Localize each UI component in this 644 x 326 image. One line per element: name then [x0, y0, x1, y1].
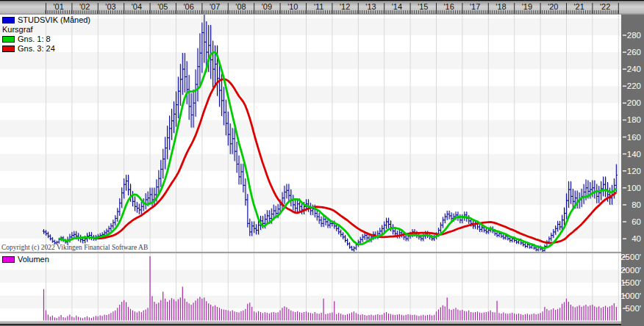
ruler-year-label: '22	[600, 2, 610, 11]
price-tick-label: 280	[627, 31, 641, 40]
ruler-year-label: '01	[54, 2, 64, 11]
volume-tick-label: 1500'	[620, 278, 641, 287]
price-tick-label: 120	[627, 167, 641, 175]
volume-tick-label: 1000'	[620, 291, 641, 300]
price-tick-label: 160	[627, 133, 641, 142]
price-tick-label: 180	[627, 115, 641, 124]
ruler-year-label: '04	[132, 2, 142, 11]
price-tick-label: 60	[632, 217, 641, 226]
ruler-year-label: '06	[184, 2, 194, 11]
price-tick-label: 240	[627, 65, 641, 73]
volume-tick-label: 500'	[626, 304, 641, 313]
ruler-year-label: '03	[105, 2, 115, 11]
ruler-year-label: '12	[340, 2, 350, 11]
price-tick-label: 100	[627, 184, 641, 192]
ruler-year-label: '02	[79, 2, 90, 11]
panel-divider[interactable]	[0, 252, 621, 253]
volume-tick-label: 2000'	[620, 266, 641, 275]
price-tick-label: 260	[627, 48, 641, 57]
stock-chart-canvas[interactable]: 2802602402202001801601401201008060402500…	[0, 0, 644, 326]
price-tick-label: 220	[627, 82, 641, 90]
price-tick-label: 80	[632, 200, 641, 209]
ruler-year-label: '20	[548, 2, 558, 11]
ruler-year-label: '08	[235, 2, 246, 11]
price-tick-label: 140	[627, 150, 641, 159]
ruler-year-label: '11	[314, 2, 324, 11]
ruler-year-label: '16	[444, 2, 454, 11]
ruler-year-label: '05	[157, 2, 168, 11]
ruler-year-label: '14	[392, 2, 402, 11]
ruler-year-label: '17	[470, 2, 480, 11]
ruler-year-label: '15	[418, 2, 428, 11]
price-tick-label: 200	[627, 98, 641, 107]
time-axis-ruler[interactable]: '01'02'03'04'05'06'07'08'09'10'11'12'13'…	[0, 0, 644, 15]
ruler-year-label: '10	[287, 2, 298, 11]
bottom-strip	[0, 322, 621, 325]
volume-tick-label: 2500'	[620, 253, 641, 261]
price-tick-label: 40	[632, 234, 641, 243]
ruler-year-label: '21	[574, 2, 584, 11]
ruler-year-label: '19	[522, 2, 532, 11]
vikingen-chart-window: 2802602402202001801601401201008060402500…	[0, 0, 644, 326]
ruler-year-label: '09	[262, 2, 272, 11]
ruler-year-label: '13	[365, 2, 376, 11]
ruler-year-label: '07	[210, 2, 220, 11]
ruler-year-label: '18	[495, 2, 506, 11]
